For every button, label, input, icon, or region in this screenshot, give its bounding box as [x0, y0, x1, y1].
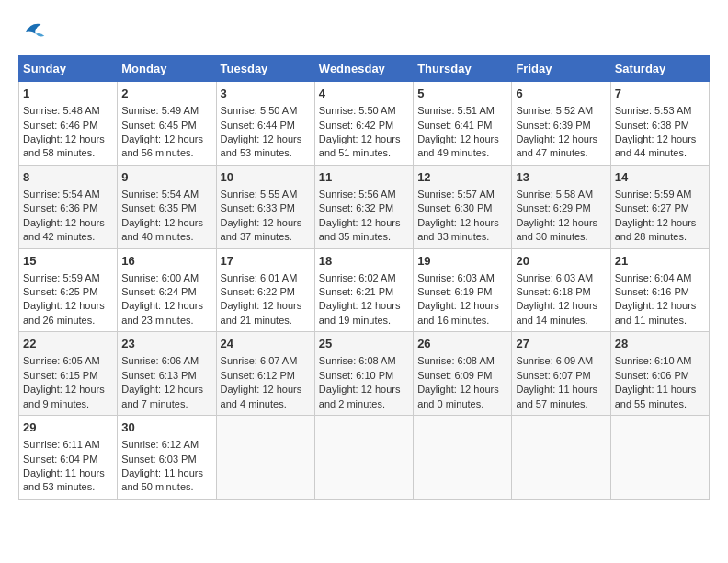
day-number: 30 [121, 419, 211, 436]
sunset: Sunset: 6:18 PM [516, 286, 590, 297]
sunrise: Sunrise: 6:07 AM [221, 355, 298, 366]
daylight: Daylight: 12 hours and 56 minutes. [121, 133, 203, 158]
sunset: Sunset: 6:07 PM [516, 370, 590, 381]
day-number: 2 [121, 86, 211, 102]
weekday-header: Saturday [610, 56, 709, 82]
sunrise: Sunrise: 5:49 AM [121, 105, 199, 116]
sunset: Sunset: 6:32 PM [319, 202, 393, 213]
daylight: Daylight: 12 hours and 28 minutes. [615, 217, 697, 242]
daylight: Daylight: 12 hours and 4 minutes. [221, 384, 302, 408]
daylight: Daylight: 12 hours and 35 minutes. [319, 217, 401, 242]
sunrise: Sunrise: 5:58 AM [516, 189, 593, 200]
daylight: Daylight: 12 hours and 42 minutes. [23, 217, 105, 242]
sunrise: Sunrise: 5:50 AM [221, 105, 298, 116]
day-number: 13 [516, 169, 606, 186]
sunrise: Sunrise: 5:52 AM [516, 105, 593, 116]
calendar-cell: 28Sunrise: 6:10 AMSunset: 6:06 PMDayligh… [610, 332, 709, 416]
day-number: 27 [516, 336, 606, 352]
weekday-header: Tuesday [216, 56, 314, 82]
weekday-header: Wednesday [314, 56, 413, 82]
day-number: 10 [221, 169, 311, 186]
daylight: Daylight: 12 hours and 33 minutes. [417, 217, 499, 242]
weekday-header: Thursday [414, 56, 512, 82]
calendar-cell: 9Sunrise: 5:54 AMSunset: 6:35 PMDaylight… [118, 165, 216, 248]
sunrise: Sunrise: 6:09 AM [516, 355, 593, 366]
day-number: 14 [615, 169, 705, 186]
sunset: Sunset: 6:46 PM [23, 120, 97, 131]
sunrise: Sunrise: 6:12 AM [121, 439, 199, 450]
calendar-cell: 4Sunrise: 5:50 AMSunset: 6:42 PMDaylight… [314, 82, 413, 166]
sunrise: Sunrise: 6:04 AM [615, 272, 692, 283]
daylight: Daylight: 12 hours and 11 minutes. [615, 300, 697, 325]
sunrise: Sunrise: 5:56 AM [319, 189, 396, 200]
calendar-header: SundayMondayTuesdayWednesdayThursdayFrid… [19, 56, 710, 82]
sunset: Sunset: 6:29 PM [516, 202, 590, 213]
calendar-cell: 3Sunrise: 5:50 AMSunset: 6:44 PMDaylight… [216, 82, 314, 166]
sunrise: Sunrise: 5:57 AM [417, 189, 495, 200]
sunrise: Sunrise: 6:08 AM [417, 355, 495, 366]
sunrise: Sunrise: 5:51 AM [417, 105, 495, 116]
calendar-cell: 27Sunrise: 6:09 AMSunset: 6:07 PMDayligh… [512, 332, 610, 416]
sunset: Sunset: 6:15 PM [23, 370, 97, 381]
day-number: 23 [121, 336, 211, 352]
sunset: Sunset: 6:16 PM [615, 286, 689, 297]
logo-bird-icon [20, 18, 48, 46]
sunset: Sunset: 6:13 PM [121, 370, 196, 381]
sunset: Sunset: 6:22 PM [221, 286, 295, 297]
calendar-cell: 22Sunrise: 6:05 AMSunset: 6:15 PMDayligh… [19, 332, 118, 416]
sunset: Sunset: 6:25 PM [23, 286, 97, 297]
calendar-cell: 8Sunrise: 5:54 AMSunset: 6:36 PMDaylight… [19, 165, 118, 248]
sunset: Sunset: 6:44 PM [221, 120, 295, 131]
day-number: 7 [615, 86, 705, 102]
calendar-cell [512, 416, 610, 500]
calendar-cell: 14Sunrise: 5:59 AMSunset: 6:27 PMDayligh… [610, 165, 709, 248]
logo [18, 18, 48, 46]
calendar-cell: 12Sunrise: 5:57 AMSunset: 6:30 PMDayligh… [414, 165, 512, 248]
calendar-cell: 20Sunrise: 6:03 AMSunset: 6:18 PMDayligh… [512, 248, 610, 332]
daylight: Daylight: 12 hours and 51 minutes. [319, 133, 401, 158]
daylight: Daylight: 12 hours and 58 minutes. [23, 133, 105, 158]
daylight: Daylight: 12 hours and 47 minutes. [516, 133, 597, 158]
sunset: Sunset: 6:42 PM [319, 120, 393, 131]
sunrise: Sunrise: 5:53 AM [615, 105, 692, 116]
calendar-week-row: 22Sunrise: 6:05 AMSunset: 6:15 PMDayligh… [19, 332, 710, 416]
calendar-cell: 17Sunrise: 6:01 AMSunset: 6:22 PMDayligh… [216, 248, 314, 332]
daylight: Daylight: 12 hours and 37 minutes. [221, 217, 302, 242]
calendar-table: SundayMondayTuesdayWednesdayThursdayFrid… [18, 55, 710, 500]
daylight: Daylight: 12 hours and 53 minutes. [221, 133, 302, 158]
calendar-cell: 10Sunrise: 5:55 AMSunset: 6:33 PMDayligh… [216, 165, 314, 248]
daylight: Daylight: 12 hours and 9 minutes. [23, 384, 105, 408]
sunrise: Sunrise: 5:50 AM [319, 105, 396, 116]
daylight: Daylight: 12 hours and 19 minutes. [319, 300, 401, 325]
daylight: Daylight: 12 hours and 21 minutes. [221, 300, 302, 325]
daylight: Daylight: 12 hours and 14 minutes. [516, 300, 597, 325]
sunrise: Sunrise: 6:08 AM [319, 355, 396, 366]
sunrise: Sunrise: 6:10 AM [615, 355, 692, 366]
sunset: Sunset: 6:21 PM [319, 286, 393, 297]
sunset: Sunset: 6:41 PM [417, 120, 492, 131]
calendar-cell: 5Sunrise: 5:51 AMSunset: 6:41 PMDaylight… [414, 82, 512, 166]
calendar-cell: 25Sunrise: 6:08 AMSunset: 6:10 PMDayligh… [314, 332, 413, 416]
daylight: Daylight: 12 hours and 7 minutes. [121, 384, 203, 408]
day-number: 15 [23, 253, 113, 270]
calendar-cell: 7Sunrise: 5:53 AMSunset: 6:38 PMDaylight… [610, 82, 709, 166]
calendar-cell: 30Sunrise: 6:12 AMSunset: 6:03 PMDayligh… [118, 416, 216, 500]
day-number: 16 [121, 253, 211, 270]
sunset: Sunset: 6:04 PM [23, 454, 97, 465]
sunset: Sunset: 6:30 PM [417, 202, 492, 213]
daylight: Daylight: 11 hours and 53 minutes. [23, 467, 105, 492]
daylight: Daylight: 12 hours and 44 minutes. [615, 133, 697, 158]
sunrise: Sunrise: 5:54 AM [23, 189, 100, 200]
calendar-cell: 19Sunrise: 6:03 AMSunset: 6:19 PMDayligh… [414, 248, 512, 332]
calendar-week-row: 29Sunrise: 6:11 AMSunset: 6:04 PMDayligh… [19, 416, 710, 500]
day-number: 17 [221, 253, 311, 270]
sunrise: Sunrise: 6:02 AM [319, 272, 396, 283]
daylight: Daylight: 12 hours and 16 minutes. [417, 300, 499, 325]
day-number: 1 [23, 86, 113, 102]
sunset: Sunset: 6:03 PM [121, 454, 196, 465]
day-number: 28 [615, 336, 705, 352]
calendar-cell [314, 416, 413, 500]
sunrise: Sunrise: 6:06 AM [121, 355, 199, 366]
calendar-cell [414, 416, 512, 500]
weekday-row: SundayMondayTuesdayWednesdayThursdayFrid… [19, 56, 710, 82]
